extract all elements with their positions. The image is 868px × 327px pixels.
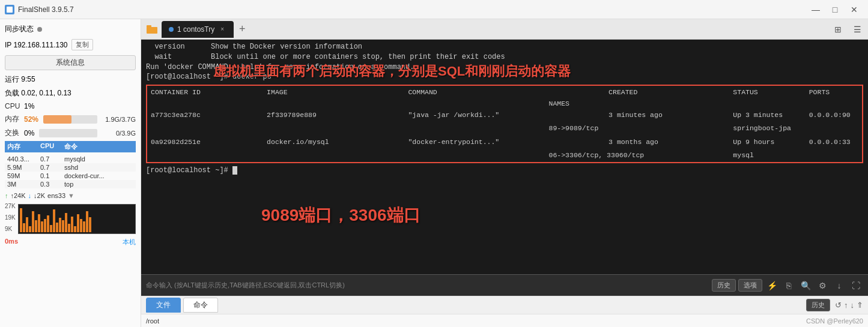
net-bar <box>29 226 31 232</box>
minimize-button[interactable]: — <box>807 2 825 17</box>
net-bar <box>86 211 88 232</box>
option-button[interactable]: 选项 <box>738 279 762 292</box>
proc-cmd: sshd <box>64 164 133 171</box>
term-line: [root@localhost ~]# docker ps <box>146 72 863 82</box>
docker-row-cont: 89->9089/tcp springboot-jpa <box>147 122 862 135</box>
cpu-value: 1% <box>24 102 34 110</box>
tab-close-button[interactable]: × <box>218 25 226 34</box>
swap-pct: 0% <box>24 129 34 137</box>
proc-cpu: 0.7 <box>40 164 64 171</box>
upload-icon[interactable]: ⇑ <box>857 301 863 310</box>
proc-row-item: 3M0.3top <box>5 180 136 188</box>
tab-label: 1 contosTry <box>177 25 214 34</box>
net-down-val: ↓2K <box>34 192 45 199</box>
lightning-icon[interactable]: ⚡ <box>765 278 779 293</box>
bottom-right: 历史 ↺ ↑ ↓ ⇑ <box>806 299 863 311</box>
cpu-label: CPU <box>5 102 22 110</box>
copy-button[interactable]: 复制 <box>71 39 93 50</box>
tab-icons-right: ⊞ ☰ <box>830 21 866 38</box>
run-label: 运行 9:55 <box>5 74 35 85</box>
watermark: CSDN @Perley620 <box>806 317 863 325</box>
docker-status: Up 9 hours <box>729 136 805 149</box>
terminal-wrapper: 虚拟机里面有两个启动的容器，分别是SQL和刚刚启动的容器 9089端口，3306… <box>141 40 868 296</box>
th-ports: PORTS <box>806 86 862 99</box>
swap-row: 交换 0% 0/3.9G <box>5 127 136 139</box>
svg-rect-0 <box>147 27 157 34</box>
term-line: wait Block until one or more containers … <box>146 52 863 62</box>
docker-ports: 0.0.0.0:33 <box>806 136 862 149</box>
download-icon[interactable]: ↓ <box>832 278 846 293</box>
tab-dot <box>169 27 174 32</box>
path-row: /root CSDN @Perley620 <box>141 314 868 327</box>
proc-row-item: 59M0.1dockerd-cur... <box>5 172 136 180</box>
net-bar <box>38 214 40 232</box>
docker-row: 0a92982d251e docker.io/mysql "docker-ent… <box>147 136 862 149</box>
file-tab[interactable]: 文件 <box>146 298 181 313</box>
net-row: ↑ ↑24K ↓ ↓2K ens33 ▼ <box>5 191 136 200</box>
expand-icon[interactable]: ⛶ <box>849 278 863 293</box>
swap-size: 0/3.9G <box>100 130 136 137</box>
term-line: Run 'docker COMMAND --help' for more inf… <box>146 62 863 73</box>
grid-view-icon[interactable]: ⊞ <box>830 21 846 38</box>
bottom-history-button[interactable]: 历史 <box>806 299 830 311</box>
latency-row: 0ms 本机 <box>5 236 136 248</box>
proc-cpu: 0.7 <box>40 155 64 163</box>
folder-icon[interactable] <box>144 21 160 38</box>
sysinfo-button[interactable]: 系统信息 <box>5 55 136 70</box>
title-bar-controls: — □ ✕ <box>807 2 863 17</box>
copy-icon[interactable]: ⎘ <box>782 278 796 293</box>
proc-cpu: 0.1 <box>40 172 64 179</box>
proc-cmd: mysqld <box>64 155 133 163</box>
net-bar <box>68 224 70 232</box>
proc-mem: 440.3... <box>7 155 40 163</box>
sync-dot <box>37 27 42 32</box>
settings-icon[interactable]: ⚙ <box>815 278 830 293</box>
proc-col-mem: 内存 <box>7 142 40 151</box>
search-icon[interactable]: 🔍 <box>798 278 813 293</box>
docker-created: 3 months ago <box>605 136 729 149</box>
docker-ports2: 89->9089/tcp <box>147 122 729 135</box>
net-bar <box>89 217 91 232</box>
terminal-tab[interactable]: 1 contosTry × <box>162 21 234 38</box>
mem-progress <box>43 115 97 124</box>
proc-cmd: dockerd-cur... <box>64 172 133 179</box>
net-bar <box>35 220 37 232</box>
docker-names: springboot-jpa <box>729 122 805 135</box>
docker-created: 3 minutes ago <box>605 109 729 122</box>
proc-table-header: 内存 CPU 命令 <box>5 141 136 152</box>
refresh-icon[interactable]: ↺ <box>835 301 842 310</box>
down-icon[interactable]: ↓ <box>851 301 855 310</box>
maximize-button[interactable]: □ <box>826 2 844 17</box>
mem-size: 1.9G/3.7G <box>100 116 136 123</box>
net-bar <box>50 225 52 232</box>
history-button[interactable]: 历史 <box>712 279 736 292</box>
cmd-tab[interactable]: 命令 <box>183 298 218 313</box>
title-bar-left: FinalShell 3.9.5.7 <box>5 5 74 14</box>
docker-image: 2f339789e889 <box>263 109 404 122</box>
ip-label: IP 192.168.111.130 <box>5 41 68 49</box>
proc-col-cmd: 命令 <box>64 142 133 151</box>
up-icon[interactable]: ↑ <box>844 301 848 310</box>
net-bar <box>20 208 22 232</box>
th-status: STATUS <box>729 86 805 99</box>
docker-command: "java -jar /workdi..." <box>404 109 605 122</box>
terminal-content[interactable]: version Show the Docker version informat… <box>141 40 868 274</box>
close-button[interactable]: ✕ <box>845 2 863 17</box>
bottom-tabs: 文件 命令 历史 ↺ ↑ ↓ ⇑ <box>141 296 868 314</box>
tab-add-button[interactable]: + <box>235 22 249 37</box>
latency-link[interactable]: 本机 <box>123 238 136 247</box>
net-bar <box>32 211 34 232</box>
tab-bar: 1 contosTry × + ⊞ ☰ <box>141 19 868 40</box>
th-created: CREATED <box>605 86 729 99</box>
net-bar <box>41 221 43 232</box>
proc-col-cpu: CPU <box>40 142 64 151</box>
docker-row: a773c3ea278c 2f339789e889 "java -jar /wo… <box>147 109 862 122</box>
app-title: FinalShell 3.9.5.7 <box>18 5 74 14</box>
proc-row-item: 440.3...0.7mysqld <box>5 155 136 163</box>
list-view-icon[interactable]: ☰ <box>849 21 866 38</box>
swap-progress <box>39 129 97 137</box>
docker-status: Up 3 minutes <box>729 109 805 122</box>
title-bar: FinalShell 3.9.5.7 — □ ✕ <box>0 0 868 19</box>
net-bar <box>23 223 25 232</box>
cmd-input-bar: 命令输入 (按ALT键提示历史,TAB键路径,ESC键返回,双击CTRL切换) … <box>141 274 868 296</box>
